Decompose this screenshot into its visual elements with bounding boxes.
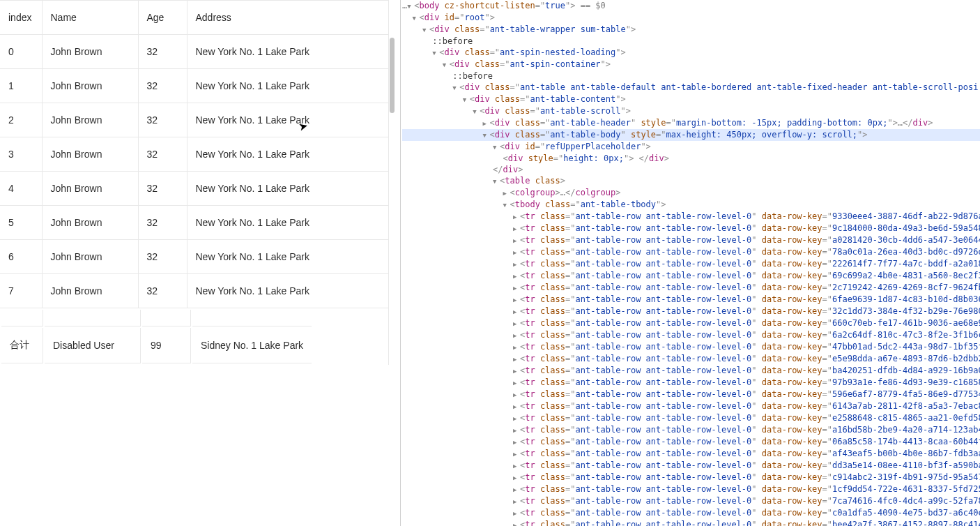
dom-tree-row[interactable]: <tr class="ant-table-row ant-table-row-l… xyxy=(402,306,980,317)
cell-age: 32 xyxy=(138,240,187,274)
dom-tree-row[interactable]: <tr class="ant-table-row ant-table-row-l… xyxy=(402,211,980,223)
dom-tree-row[interactable]: <tr class="ant-table-row ant-table-row-l… xyxy=(402,294,980,306)
cell-address: New York No. 1 Lake Park xyxy=(187,35,388,69)
col-header-age[interactable]: Age xyxy=(138,1,187,35)
table-row[interactable]: 2John Brown32New York No. 1 Lake Park xyxy=(0,103,388,137)
cell-index: 1 xyxy=(0,69,42,103)
table-row[interactable]: 3John Brown32New York No. 1 Lake Park xyxy=(0,137,388,172)
cell-name: John Brown xyxy=(42,172,138,206)
cell-age: 32 xyxy=(138,172,187,206)
table-row[interactable]: 1John Brown32New York No. 1 Lake Park xyxy=(0,69,388,103)
cell-index: 0 xyxy=(0,35,42,69)
cell-name: John Brown xyxy=(42,206,138,240)
footer-age: 99 xyxy=(142,328,191,363)
dom-tree-row[interactable]: <tr class="ant-table-row ant-table-row-l… xyxy=(402,329,980,341)
dom-tree-row[interactable]: <tr class="ant-table-row ant-table-row-l… xyxy=(402,246,980,258)
cell-index: 4 xyxy=(0,172,42,206)
dom-tree-row[interactable]: <tr class="ant-table-row ant-table-row-l… xyxy=(402,424,980,436)
table-row[interactable]: 0John Brown32New York No. 1 Lake Park xyxy=(0,35,388,69)
cell-index: 5 xyxy=(0,206,42,240)
vertical-scrollbar[interactable] xyxy=(390,38,395,113)
dom-tree-row[interactable]: <tr class="ant-table-row ant-table-row-l… xyxy=(402,448,980,460)
data-table-panel: index Name Age Address 0John Brown32New … xyxy=(0,0,400,526)
table-footer: 合计 Disabled User 99 Sidney No. 1 Lake Pa… xyxy=(0,308,388,365)
cell-age: 32 xyxy=(138,274,187,308)
devtools-elements-panel[interactable]: …<body cz-shortcut-listen="true"> == $0 … xyxy=(400,0,980,526)
table-header: index Name Age Address xyxy=(0,1,388,35)
dom-tree-row[interactable]: <tr class="ant-table-row ant-table-row-l… xyxy=(402,258,980,270)
dom-tree-row[interactable]: <tr class="ant-table-row ant-table-row-l… xyxy=(402,412,980,424)
cell-address: New York No. 1 Lake Park xyxy=(187,172,388,206)
col-header-name[interactable]: Name xyxy=(42,1,138,35)
table-row[interactable]: 5John Brown32New York No. 1 Lake Park xyxy=(0,206,388,240)
footer-index: 合计 xyxy=(1,328,43,363)
cell-name: John Brown xyxy=(42,69,138,103)
dom-tree-row[interactable]: <tr class="ant-table-row ant-table-row-l… xyxy=(402,282,980,294)
cell-age: 32 xyxy=(138,103,187,137)
selected-dom-node[interactable]: <div class="ant-table-body" style="max-h… xyxy=(402,129,980,141)
dom-tree-row[interactable]: <tr class="ant-table-row ant-table-row-l… xyxy=(402,389,980,400)
dom-tree-row[interactable]: <tr class="ant-table-row ant-table-row-l… xyxy=(402,436,980,448)
dom-tree-row[interactable]: <tr class="ant-table-row ant-table-row-l… xyxy=(402,507,980,519)
cell-index: 7 xyxy=(0,274,42,308)
cell-name: John Brown xyxy=(42,240,138,274)
dom-tree-row[interactable]: <tr class="ant-table-row ant-table-row-l… xyxy=(402,223,980,234)
cell-address: New York No. 1 Lake Park xyxy=(187,103,388,137)
cell-name: John Brown xyxy=(42,35,138,69)
table-body-scroll[interactable]: 0John Brown32New York No. 1 Lake Park1Jo… xyxy=(0,35,388,308)
dom-tree-row[interactable]: <tr class="ant-table-row ant-table-row-l… xyxy=(402,341,980,353)
footer-name: Disabled User xyxy=(45,328,141,363)
cell-age: 32 xyxy=(138,69,187,103)
footer-address: Sidney No. 1 Lake Park xyxy=(192,328,312,363)
table-row[interactable]: 6John Brown32New York No. 1 Lake Park xyxy=(0,240,388,274)
cell-age: 32 xyxy=(138,137,187,172)
cell-index: 6 xyxy=(0,240,42,274)
ellipsis-icon: … xyxy=(402,1,407,10)
cell-name: John Brown xyxy=(42,103,138,137)
dom-tree-row[interactable]: <tr class="ant-table-row ant-table-row-l… xyxy=(402,377,980,389)
dom-tree-row[interactable]: <tr class="ant-table-row ant-table-row-l… xyxy=(402,365,980,377)
dom-tree-row[interactable]: <tr class="ant-table-row ant-table-row-l… xyxy=(402,495,980,507)
cell-name: John Brown xyxy=(42,274,138,308)
cell-age: 32 xyxy=(138,35,187,69)
cell-address: New York No. 1 Lake Park xyxy=(187,69,388,103)
cell-age: 32 xyxy=(138,206,187,240)
cell-index: 3 xyxy=(0,137,42,172)
dom-tree-row[interactable]: <tr class="ant-table-row ant-table-row-l… xyxy=(402,472,980,483)
cell-name: John Brown xyxy=(42,137,138,172)
table-row[interactable]: 4John Brown32New York No. 1 Lake Park xyxy=(0,172,388,206)
cell-address: New York No. 1 Lake Park xyxy=(187,274,388,308)
cell-index: 2 xyxy=(0,103,42,137)
cell-address: New York No. 1 Lake Park xyxy=(187,240,388,274)
dom-tree-row[interactable]: <tr class="ant-table-row ant-table-row-l… xyxy=(402,353,980,365)
dom-tree-row[interactable]: <tr class="ant-table-row ant-table-row-l… xyxy=(402,519,980,526)
col-header-index[interactable]: index xyxy=(0,1,42,35)
dom-tree-row[interactable]: <tr class="ant-table-row ant-table-row-l… xyxy=(402,400,980,412)
dom-tree-row[interactable]: <tr class="ant-table-row ant-table-row-l… xyxy=(402,317,980,329)
table-row[interactable]: 7John Brown32New York No. 1 Lake Park xyxy=(0,274,388,308)
dom-tree-row[interactable]: <tr class="ant-table-row ant-table-row-l… xyxy=(402,234,980,246)
dom-tree-row[interactable]: <tr class="ant-table-row ant-table-row-l… xyxy=(402,270,980,282)
dom-tree-row[interactable]: <tr class="ant-table-row ant-table-row-l… xyxy=(402,460,980,472)
col-header-address[interactable]: Address xyxy=(187,1,388,35)
cell-address: New York No. 1 Lake Park xyxy=(187,206,388,240)
ant-table: index Name Age Address 0John Brown32New … xyxy=(0,0,389,365)
cell-address: New York No. 1 Lake Park xyxy=(187,137,388,172)
dom-tree-row[interactable]: <tr class="ant-table-row ant-table-row-l… xyxy=(402,483,980,495)
